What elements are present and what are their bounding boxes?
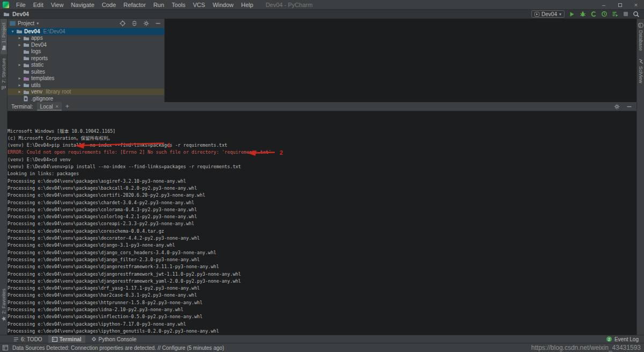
chevron-right-icon[interactable]: ▸ [16,83,23,88]
terminal-line: Processing e:\dev04\venv\packages\django… [8,249,636,256]
todo-tool-button[interactable]: 6: TODO [10,335,46,343]
tree-item-logs[interactable]: logs [8,48,164,55]
tool-button-sciview[interactable]: SciView [638,55,644,87]
hide-panel-icon[interactable] [155,20,161,26]
stop-button[interactable] [622,11,629,18]
menu-refactor[interactable]: Refactor [120,0,150,10]
close-icon[interactable]: × [55,104,58,109]
menu-navigate[interactable]: Navigate [67,0,98,10]
tree-item-dev04[interactable]: ▸Dev04 [8,41,164,48]
tree-item-venv[interactable]: ▸venvlibrary root [8,89,164,96]
tree-item-apps[interactable]: ▸apps [8,35,164,42]
tool-button-structure[interactable]: 7: Structure [1,54,7,95]
tool-button-favorites[interactable]: 2: Favorites [1,285,7,325]
menu-window[interactable]: Window [209,0,237,10]
event-count-badge: 2 [606,336,612,342]
terminal-line: Processing e:\dev04\venv\packages\charde… [8,199,636,206]
python-console-label: Python Console [99,336,137,342]
tree-item-suffix: library root [46,89,71,95]
debug-button[interactable] [579,11,586,18]
project-tool-icon [1,45,6,51]
terminal-line: (venv) E:\Dev04\venv>pip install --no-in… [8,163,636,170]
hide-panel-icon[interactable] [626,104,632,110]
run-button[interactable] [568,11,575,18]
menu-vcs[interactable]: VCS [189,0,209,10]
terminal-button-label: Terminal [60,336,82,342]
tree-item-label: templates [31,75,54,81]
tree-item-utils[interactable]: ▸utils [8,82,164,89]
chevron-down-icon[interactable]: ▾ [36,21,39,26]
todo-label: 6: TODO [21,336,42,342]
chevron-right-icon[interactable]: ▸ [16,89,23,94]
menu-run[interactable]: Run [150,0,168,10]
tree-item-suffix: E:\Dev04 [43,28,65,34]
chevron-right-icon[interactable]: ▸ [16,62,23,67]
tree-item-label: suites [31,69,45,75]
tool-button-database[interactable]: Database [638,19,644,55]
terminal-icon [52,337,57,342]
minimize-window-button[interactable]: – [596,0,612,10]
project-panel-title[interactable]: Project [18,20,34,26]
tree-item-reports[interactable]: reports [8,55,164,62]
sciview-icon [638,59,643,64]
pycharm-logo-icon [3,2,9,8]
event-log-label: Event Log [614,336,639,342]
tool-button-project[interactable]: 1: Project [1,19,7,54]
collapse-all-icon[interactable] [131,20,137,26]
menu-help[interactable]: Help [237,0,257,10]
menu-edit[interactable]: Edit [30,0,47,10]
run-configurations-list-button[interactable] [611,11,618,18]
folder-icon [23,35,31,41]
folder-icon [23,89,31,95]
tree-item-gitignore[interactable]: .gitignore [8,95,164,102]
new-terminal-session-button[interactable]: + [65,103,69,110]
status-message[interactable]: Data Sources Detected: Connection proper… [12,345,224,351]
breadcrumb[interactable]: Dev04 [3,11,29,17]
project-tool-window: Project ▾ ▾Dev04E:\Dev04▸apps▸Dev04logsr… [8,19,165,102]
gear-icon[interactable] [614,104,620,110]
menu-view[interactable]: View [47,0,68,10]
window-title: Dev04 - PyCharm [266,2,312,8]
terminal-line: Processing e:\dev04\venv\packages\django… [8,256,636,263]
chevron-right-icon[interactable]: ▸ [16,42,23,47]
todo-icon [13,337,19,342]
project-tree: ▾Dev04E:\Dev04▸apps▸Dev04logsreports▸sta… [8,28,164,102]
menu-file[interactable]: File [12,0,30,10]
terminal-tool-button[interactable]: Terminal [48,335,85,343]
maximize-window-button[interactable] [612,0,628,10]
search-everywhere-button[interactable] [633,11,640,18]
tool-window-switcher-icon[interactable] [3,345,8,350]
terminal-line: Processing e:\dev04\venv\packages\har2ca… [8,292,636,299]
terminal-error-line: ERROR: Could not open requirements file:… [8,149,636,156]
run-configuration-select[interactable]: Dev04 ▾ [531,10,565,18]
tree-item-suites[interactable]: suites [8,68,164,75]
chevron-right-icon[interactable]: ▸ [16,76,23,81]
menubar: FileEditViewNavigateCodeRefactorRunTools… [12,0,257,10]
tree-item-dev04[interactable]: ▾Dev04E:\Dev04 [8,28,164,35]
terminal-tab-label: Local [40,104,53,110]
tree-item-templates[interactable]: ▸templates [8,75,164,82]
window-controls: – × [596,0,644,9]
titlebar: FileEditViewNavigateCodeRefactorRunTools… [0,0,644,10]
menu-code[interactable]: Code [98,0,120,10]
chevron-down-icon[interactable]: ▾ [9,29,16,34]
close-window-button[interactable]: × [628,0,644,10]
event-log-button[interactable]: 2 Event Log [606,336,644,342]
tool-window-bar: 6: TODO Terminal Python Console 2 Event … [0,335,644,343]
terminal-body[interactable]: Microsoft Windows [版本 10.0.19042.1165](c… [8,111,636,335]
terminal-tab-local[interactable]: Local × [37,102,62,111]
terminal-line: Processing e:\dev04\venv\packages\django… [8,271,636,278]
gitignore-file-icon [23,96,31,102]
editor-area[interactable] [165,19,636,102]
chevron-right-icon[interactable]: ▸ [16,35,23,40]
terminal-tool-window: Terminal: Local × + Microsoft Windows [版… [8,102,636,335]
gear-icon[interactable] [143,20,149,26]
locate-file-icon[interactable] [120,20,126,26]
python-console-tool-button[interactable]: Python Console [87,335,141,343]
tree-item-label: utils [31,82,41,88]
run-with-coverage-button[interactable] [590,11,597,18]
tree-item-label: Dev04 [31,42,47,48]
tree-item-static[interactable]: ▸static [8,62,164,69]
menu-tools[interactable]: Tools [168,0,189,10]
profiler-button[interactable] [601,11,608,18]
